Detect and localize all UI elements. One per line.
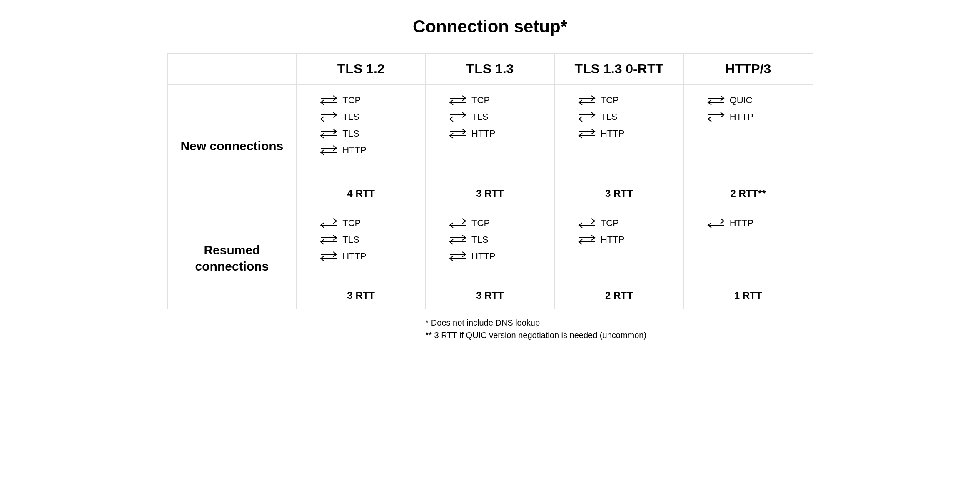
step-label: HTTP — [471, 251, 495, 262]
rtt-step: HTTP — [706, 111, 753, 123]
bidirectional-arrow-icon — [577, 128, 596, 139]
col-header-tls13: TLS 1.3 — [426, 54, 555, 85]
bidirectional-arrow-icon — [577, 95, 596, 106]
rtt-total: 1 RTT — [691, 290, 805, 301]
steps-list: TCP TLS HTTP — [433, 95, 547, 178]
rtt-step: TLS — [319, 128, 359, 139]
step-label: TLS — [342, 234, 359, 245]
table-cell: HTTP1 RTT — [683, 207, 813, 309]
table-row: Resumed connections TCP TLS HTTP3 RTT TC… — [167, 207, 813, 309]
rtt-total: 3 RTT — [304, 290, 418, 301]
table-cell: TCP TLS HTTP3 RTT — [554, 85, 683, 207]
rtt-step: TLS — [448, 234, 488, 246]
row-label: New connections — [167, 85, 297, 207]
col-header-tls12: TLS 1.2 — [297, 54, 426, 85]
bidirectional-arrow-icon — [706, 111, 726, 123]
rtt-step: HTTP — [577, 128, 624, 139]
table-cell: TCP TLS HTTP3 RTT — [426, 207, 555, 309]
steps-list: TCP TLS HTTP — [304, 217, 418, 280]
steps-list: QUIC HTTP — [691, 95, 805, 178]
step-label: QUIC — [730, 95, 753, 106]
bidirectional-arrow-icon — [448, 95, 467, 106]
rtt-total: 3 RTT — [433, 290, 547, 301]
step-label: TLS — [471, 234, 488, 245]
rtt-step: TLS — [319, 111, 359, 123]
rtt-total: 3 RTT — [562, 188, 676, 199]
rtt-total: 3 RTT — [433, 188, 547, 199]
steps-list: TCP TLS TLS HTTP — [304, 95, 418, 178]
rtt-total: 2 RTT** — [691, 188, 805, 199]
bidirectional-arrow-icon — [577, 217, 596, 229]
page-title: Connection setup* — [167, 17, 813, 37]
steps-list: TCP TLS HTTP — [433, 217, 547, 280]
table-cell: TCP HTTP2 RTT — [554, 207, 683, 309]
bidirectional-arrow-icon — [448, 217, 467, 229]
rtt-step: QUIC — [706, 95, 753, 106]
step-label: HTTP — [601, 128, 624, 139]
bidirectional-arrow-icon — [706, 95, 726, 106]
step-label: TCP — [471, 95, 490, 106]
step-label: TLS — [342, 112, 359, 122]
row-label: Resumed connections — [167, 207, 297, 309]
steps-list: TCP TLS HTTP — [562, 95, 676, 178]
footnote-1: * Does not include DNS lookup — [426, 317, 813, 328]
rtt-step: HTTP — [577, 234, 624, 246]
rtt-step: TLS — [448, 111, 488, 123]
rtt-step: HTTP — [319, 251, 366, 262]
bidirectional-arrow-icon — [577, 111, 596, 123]
bidirectional-arrow-icon — [319, 95, 338, 106]
rtt-step: TCP — [319, 95, 361, 106]
rtt-step: TLS — [577, 111, 617, 123]
bidirectional-arrow-icon — [577, 234, 596, 246]
table-cell: QUIC HTTP2 RTT** — [683, 85, 813, 207]
step-label: HTTP — [342, 251, 366, 262]
rtt-step: TCP — [577, 217, 619, 229]
rtt-step: TLS — [319, 234, 359, 246]
bidirectional-arrow-icon — [319, 234, 338, 246]
bidirectional-arrow-icon — [319, 144, 338, 156]
footnote-2: ** 3 RTT if QUIC version negotiation is … — [426, 329, 813, 341]
step-label: HTTP — [342, 145, 366, 156]
step-label: TCP — [342, 218, 361, 229]
col-header-http3: HTTP/3 — [683, 54, 813, 85]
step-label: TLS — [471, 112, 488, 122]
rtt-step: TCP — [448, 217, 490, 229]
rtt-total: 2 RTT — [562, 290, 676, 301]
rtt-step: TCP — [448, 95, 490, 106]
bidirectional-arrow-icon — [319, 217, 338, 229]
bidirectional-arrow-icon — [448, 111, 467, 123]
step-label: HTTP — [471, 128, 495, 139]
footnotes: * Does not include DNS lookup ** 3 RTT i… — [426, 317, 813, 341]
bidirectional-arrow-icon — [319, 111, 338, 123]
rtt-step: TCP — [319, 217, 361, 229]
step-label: TCP — [471, 218, 490, 229]
step-label: HTTP — [730, 218, 753, 229]
rtt-step: HTTP — [706, 217, 753, 229]
rtt-step: TCP — [577, 95, 619, 106]
bidirectional-arrow-icon — [319, 128, 338, 139]
step-label: TCP — [601, 95, 619, 106]
rtt-step: HTTP — [448, 128, 495, 139]
step-label: TLS — [601, 112, 617, 122]
steps-list: TCP HTTP — [562, 217, 676, 280]
bidirectional-arrow-icon — [319, 251, 338, 262]
bidirectional-arrow-icon — [448, 234, 467, 246]
steps-list: HTTP — [691, 217, 805, 280]
rtt-step: HTTP — [319, 144, 366, 156]
col-header-empty — [167, 54, 297, 85]
rtt-total: 4 RTT — [304, 188, 418, 199]
step-label: HTTP — [601, 234, 624, 245]
rtt-step: HTTP — [448, 251, 495, 262]
table-cell: TCP TLS TLS HTTP4 RTT — [297, 85, 426, 207]
step-label: TCP — [601, 218, 619, 229]
step-label: TLS — [342, 128, 359, 139]
bidirectional-arrow-icon — [706, 217, 726, 229]
col-header-tls13-0rtt: TLS 1.3 0-RTT — [554, 54, 683, 85]
step-label: TCP — [342, 95, 361, 106]
bidirectional-arrow-icon — [448, 128, 467, 139]
table-cell: TCP TLS HTTP3 RTT — [426, 85, 555, 207]
step-label: HTTP — [730, 112, 753, 122]
bidirectional-arrow-icon — [448, 251, 467, 262]
table-cell: TCP TLS HTTP3 RTT — [297, 207, 426, 309]
table-row: New connections TCP TLS TLS HTTP4 RTT TC… — [167, 85, 813, 207]
